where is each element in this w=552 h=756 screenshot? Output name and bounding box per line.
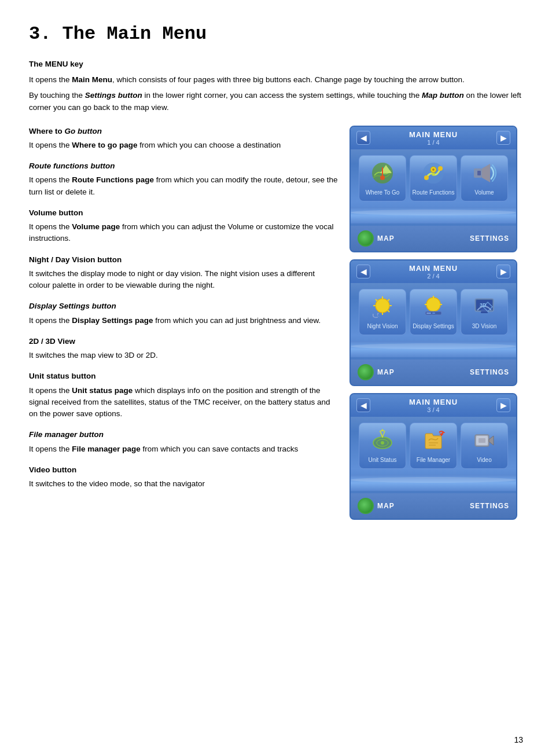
section-where-to-go: Where to Go button It opens the Where to…	[29, 126, 338, 152]
page-title: 3. The Main Menu	[29, 23, 523, 45]
video-label: Video	[477, 457, 491, 464]
svg-point-7	[432, 173, 435, 176]
section-text-display: It opens the Display Settings page from …	[29, 315, 338, 326]
volume-button[interactable]: Volume	[461, 155, 508, 201]
menu-buttons-2: Night Vision Display Settings	[351, 283, 516, 341]
section-display-settings: Display Settings button It opens the Dis…	[29, 300, 338, 326]
svg-line-41	[382, 431, 385, 437]
menu-footer-1: MAP SETTINGS	[351, 226, 516, 251]
section-text-route: It opens the Route Functions page from w…	[29, 174, 338, 198]
menu-footer-2: MAP SETTINGS	[351, 359, 516, 385]
svg-point-6	[424, 175, 429, 180]
svg-marker-45	[489, 436, 494, 445]
map-label-2: MAP	[377, 368, 395, 376]
night-vision-label: Night Vision	[367, 323, 398, 330]
map-button-1[interactable]: MAP	[358, 230, 395, 247]
svg-line-19	[388, 310, 389, 312]
section-text-3d: It switches the map view to 3D or 2D.	[29, 350, 338, 361]
section-text-video: It switches to the video mode, so that t…	[29, 478, 338, 490]
section-title-display: Display Settings button	[29, 300, 338, 312]
file-manager-label: File Manager	[417, 457, 450, 464]
menu-header-2: ◀ MAIN MENU 2 / 4 ▶	[351, 260, 516, 283]
globe-icon-1	[358, 230, 374, 247]
section-text-where-to-go: It opens the Where to go page from which…	[29, 140, 338, 151]
nav-prev-3[interactable]: ◀	[356, 398, 370, 412]
section-night-day: Night / Day Vision button It switches th…	[29, 254, 338, 292]
menu-screen-3: ◀ MAIN MENU 3 / 4 ▶	[349, 393, 517, 520]
menu-screen-2: ◀ MAIN MENU 2 / 4 ▶	[349, 259, 517, 386]
section-title-night: Night / Day Vision button	[29, 254, 338, 266]
menu-title-3: MAIN MENU 3 / 4	[370, 398, 496, 413]
menu-screen-1: ◀ MAIN MENU 1 / 4 ▶	[349, 126, 517, 252]
section-title-file: File manager button	[29, 429, 338, 441]
left-column: Where to Go button It opens the Where to…	[29, 126, 338, 520]
section-title-video: Video button	[29, 464, 338, 476]
globe-icon-3	[358, 498, 374, 514]
settings-label-2[interactable]: SETTINGS	[470, 368, 509, 376]
svg-rect-27	[426, 313, 431, 314]
svg-line-20	[388, 299, 389, 301]
wave-decoration-3	[351, 475, 516, 491]
section-route-functions: Route functions button It opens the Rout…	[29, 160, 338, 198]
video-button[interactable]: Video	[461, 423, 508, 469]
svg-point-2	[380, 175, 385, 180]
unit-status-label: Unit Status	[369, 457, 397, 464]
3d-vision-label: 3D Vision	[472, 323, 497, 330]
intro-text-2: By touching the Settings button in the l…	[29, 90, 523, 114]
menu-header-3: ◀ MAIN MENU 3 / 4 ▶	[351, 394, 516, 417]
menu-footer-3: MAP SETTINGS	[351, 493, 516, 519]
wave-decoration-2	[351, 341, 516, 357]
nav-next-2[interactable]: ▶	[496, 265, 510, 278]
svg-rect-32	[481, 311, 488, 313]
where-to-go-button[interactable]: Where To Go	[359, 155, 406, 201]
section-unit-status: Unit status button It opens the Unit sta…	[29, 370, 338, 420]
display-settings-button[interactable]: Display Settings	[410, 289, 457, 335]
settings-label-3[interactable]: SETTINGS	[470, 502, 509, 510]
menu-header-1: ◀ MAIN MENU 1 / 4 ▶	[351, 127, 516, 149]
section-title-volume: Volume button	[29, 207, 338, 219]
volume-label: Volume	[474, 189, 494, 196]
section-text-unit: It opens the Unit status page which disp…	[29, 385, 338, 420]
svg-line-39	[380, 431, 382, 437]
svg-point-5	[438, 166, 443, 171]
map-label-3: MAP	[377, 502, 395, 510]
section-text-file: It opens the File manager page from whic…	[29, 443, 338, 455]
section-title-where-to-go: Where to Go button	[29, 126, 338, 137]
svg-point-13	[376, 299, 389, 313]
route-functions-button[interactable]: Route Functions	[410, 155, 457, 201]
settings-label-1[interactable]: SETTINGS	[470, 234, 509, 243]
nav-prev-2[interactable]: ◀	[356, 265, 370, 278]
svg-point-9	[432, 168, 435, 171]
section-title-unit: Unit status button	[29, 370, 338, 382]
where-to-go-label: Where To Go	[366, 189, 400, 196]
display-settings-label: Display Settings	[413, 323, 454, 330]
section-text-night: It switches the display mode to night or…	[29, 268, 338, 292]
menu-key-title: The MENU key	[29, 60, 83, 68]
svg-marker-40	[380, 429, 385, 431]
file-manager-button[interactable]: File Manager	[410, 423, 457, 469]
menu-buttons-3: Unit Status File Manager	[351, 417, 516, 475]
page-number: 13	[514, 735, 523, 744]
menu-buttons-1: Where To Go Route Functions	[351, 149, 516, 207]
svg-line-18	[376, 299, 377, 301]
wave-decoration-1	[351, 207, 516, 223]
3d-vision-button[interactable]: 3D 3D Vision	[461, 289, 508, 335]
unit-status-button[interactable]: Unit Status	[359, 423, 406, 469]
right-column: ◀ MAIN MENU 1 / 4 ▶	[349, 126, 523, 520]
map-label-1: MAP	[377, 234, 395, 243]
svg-marker-11	[482, 164, 490, 182]
section-text-volume: It opens the Volume page from which you …	[29, 221, 338, 245]
menu-title-1: MAIN MENU 1 / 4	[370, 130, 496, 146]
nav-next-1[interactable]: ▶	[496, 131, 510, 145]
svg-point-38	[381, 441, 384, 445]
svg-point-21	[426, 298, 440, 311]
map-button-3[interactable]: MAP	[358, 498, 395, 514]
nav-prev-1[interactable]: ◀	[356, 131, 370, 145]
svg-rect-28	[432, 313, 435, 314]
svg-rect-46	[479, 438, 485, 443]
section-volume: Volume button It opens the Volume page f…	[29, 207, 338, 245]
menu-title-2: MAIN MENU 2 / 4	[370, 264, 496, 280]
map-button-2[interactable]: MAP	[358, 364, 395, 380]
night-vision-button[interactable]: Night Vision	[359, 289, 406, 335]
nav-next-3[interactable]: ▶	[496, 398, 510, 412]
